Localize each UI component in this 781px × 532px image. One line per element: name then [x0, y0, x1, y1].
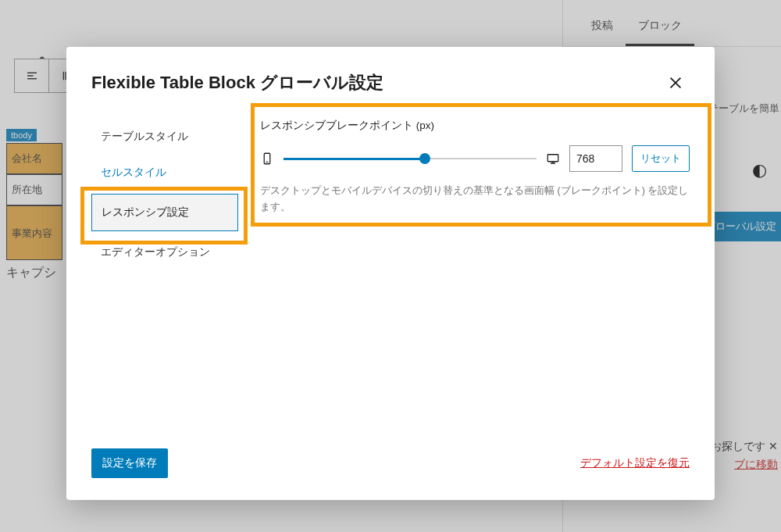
- modal-header: Flexible Table Block グローバル設定: [66, 47, 715, 109]
- modal-body: テーブルスタイル セルスタイル レスポンシブ設定 エディターオプション レスポン…: [66, 109, 715, 434]
- svg-rect-1: [266, 162, 269, 162]
- svg-rect-2: [547, 155, 558, 162]
- settings-tab-list: テーブルスタイル セルスタイル レスポンシブ設定 エディターオプション: [91, 109, 238, 434]
- breakpoint-slider[interactable]: [284, 151, 537, 166]
- desktop-icon: [546, 152, 560, 166]
- save-button[interactable]: 設定を保存: [91, 448, 168, 478]
- breakpoint-help-text: デスクトップとモバイルデバイスの切り替えの基準となる画面幅 (ブレークポイント)…: [260, 183, 690, 216]
- modal-footer: 設定を保存 デフォルト設定を復元: [66, 434, 715, 500]
- reset-button[interactable]: リセット: [632, 145, 690, 172]
- breakpoint-field-label: レスポンシブブレークポイント (px): [260, 119, 690, 133]
- tab-editor-options[interactable]: エディターオプション: [91, 234, 238, 270]
- breakpoint-slider-row: リセット: [260, 145, 690, 172]
- global-settings-modal: Flexible Table Block グローバル設定 テーブルスタイル セル…: [66, 47, 715, 500]
- restore-defaults-link[interactable]: デフォルト設定を復元: [580, 456, 690, 470]
- settings-content: レスポンシブブレークポイント (px) リセット デスクトップとモバイルデバイス…: [260, 109, 690, 434]
- tab-responsive[interactable]: レスポンシブ設定: [91, 194, 238, 231]
- close-icon: [667, 74, 684, 91]
- slider-thumb[interactable]: [419, 153, 430, 164]
- modal-title: Flexible Table Block グローバル設定: [91, 71, 383, 95]
- close-button[interactable]: [662, 69, 690, 97]
- breakpoint-input[interactable]: [569, 145, 622, 172]
- tab-cell-style[interactable]: セルスタイル: [91, 155, 238, 191]
- mobile-icon: [260, 152, 274, 166]
- tab-table-style[interactable]: テーブルスタイル: [91, 119, 238, 155]
